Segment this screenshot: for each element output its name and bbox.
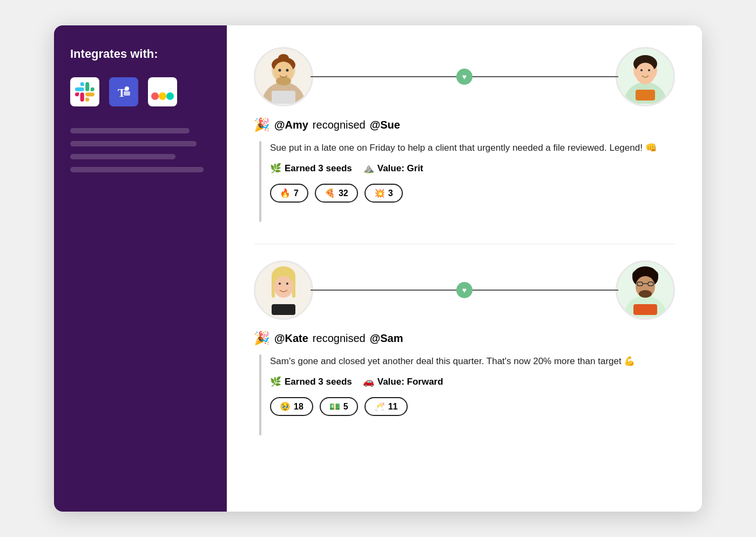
slack-icon — [70, 77, 99, 106]
vertical-bar-1 — [259, 141, 261, 222]
svg-point-40 — [639, 290, 652, 298]
value-badge-1: ⛰️ Value: Grit — [363, 163, 423, 174]
sidebar: Integrates with: T — [54, 25, 227, 512]
sidebar-bar-4 — [70, 167, 204, 172]
svg-point-22 — [648, 69, 650, 71]
value-emoji-2: 🚗 — [363, 376, 374, 387]
sidebar-bars — [70, 128, 211, 172]
from-user-1: @Amy — [274, 119, 308, 131]
recognition-label-2: 🎉 @Kate recognised @Sam — [254, 331, 675, 346]
avatar-amy — [254, 47, 313, 106]
sidebar-bar-1 — [70, 128, 190, 133]
message-content-1: Sue put in a late one on Friday to help … — [270, 141, 675, 222]
svg-point-5 — [159, 92, 166, 100]
svg-rect-28 — [272, 304, 295, 315]
svg-point-6 — [166, 92, 174, 100]
message-content-2: Sam's gone and closed yet another deal t… — [270, 354, 675, 435]
reaction-star-eyes-2[interactable]: 🥹 18 — [270, 397, 313, 416]
reaction-explode-1[interactable]: 💥 3 — [364, 184, 403, 203]
svg-rect-41 — [633, 304, 657, 315]
seeds-value-row-1: 🌿 Earned 3 seeds ⛰️ Value: Grit — [270, 163, 675, 174]
party-emoji-2: 🎉 — [254, 331, 270, 346]
message-text-1: Sue put in a late one on Friday to help … — [270, 141, 675, 155]
svg-rect-3 — [124, 91, 130, 96]
svg-point-19 — [636, 63, 655, 84]
heart-icon-1: ♥ — [456, 69, 473, 85]
svg-point-13 — [279, 69, 281, 72]
svg-point-33 — [632, 271, 641, 279]
connection-line-1: ♥ — [310, 76, 618, 78]
seeds-text-1: Earned 3 seeds — [285, 163, 352, 174]
teams-icon: T — [109, 77, 138, 106]
recognition-card-1: ♥ — [254, 47, 675, 222]
label-1: recognised — [313, 119, 366, 131]
message-block-2: Sam's gone and closed yet another deal t… — [259, 354, 675, 435]
heart-icon-2: ♥ — [456, 282, 473, 298]
app-container: Integrates with: T — [54, 25, 702, 512]
seeds-emoji-1: 🌿 — [270, 163, 281, 174]
connection-line-2: ♥ — [310, 289, 618, 291]
svg-point-21 — [640, 69, 643, 71]
seeds-value-row-2: 🌿 Earned 3 seeds 🚗 Value: Forward — [270, 376, 675, 387]
from-user-2: @Kate — [274, 332, 308, 345]
monday-icon — [148, 77, 177, 106]
value-badge-2: 🚗 Value: Forward — [363, 376, 443, 387]
recognition-header-1: ♥ — [254, 47, 675, 106]
message-block-1: Sue put in a late one on Friday to help … — [259, 141, 675, 222]
reaction-champagne-2[interactable]: 🥂 11 — [364, 397, 408, 416]
to-user-1: @Sue — [370, 119, 400, 131]
seeds-text-2: Earned 3 seeds — [285, 377, 352, 387]
value-text-2: Value: Forward — [377, 377, 443, 387]
divider-1 — [254, 244, 675, 244]
svg-rect-15 — [272, 91, 295, 104]
reaction-fire-1[interactable]: 🔥 7 — [270, 184, 308, 203]
svg-rect-20 — [636, 90, 655, 100]
svg-point-2 — [125, 86, 129, 91]
sidebar-title: Integrates with: — [70, 47, 211, 61]
svg-point-27 — [274, 276, 293, 298]
avatar-sam — [616, 260, 675, 320]
svg-point-14 — [286, 69, 289, 72]
party-emoji-1: 🎉 — [254, 117, 270, 132]
recognition-card-2: ♥ — [254, 260, 675, 435]
integrations-row: T — [70, 77, 211, 106]
sidebar-bar-3 — [70, 154, 176, 159]
recognition-header-2: ♥ — [254, 260, 675, 320]
value-text-1: Value: Grit — [377, 163, 423, 174]
svg-point-4 — [151, 92, 159, 100]
main-content: ♥ — [227, 25, 702, 512]
seeds-emoji-2: 🌿 — [270, 376, 281, 387]
to-user-2: @Sam — [370, 332, 403, 345]
seeds-badge-1: 🌿 Earned 3 seeds — [270, 163, 352, 174]
reaction-row-2: 🥹 18 💵 5 🥂 11 — [270, 397, 675, 416]
svg-point-30 — [286, 283, 288, 285]
vertical-bar-2 — [259, 354, 261, 435]
value-emoji-1: ⛰️ — [363, 163, 374, 174]
reaction-pizza-1[interactable]: 🍕 32 — [315, 184, 358, 203]
svg-point-35 — [650, 271, 658, 279]
recognition-label-1: 🎉 @Amy recognised @Sue — [254, 117, 675, 132]
seeds-badge-2: 🌿 Earned 3 seeds — [270, 376, 352, 387]
svg-point-12 — [276, 77, 291, 85]
svg-point-29 — [279, 283, 281, 285]
label-2: recognised — [313, 332, 366, 345]
reaction-row-1: 🔥 7 🍕 32 💥 3 — [270, 184, 675, 203]
message-text-2: Sam's gone and closed yet another deal t… — [270, 354, 675, 368]
reaction-money-2[interactable]: 💵 5 — [320, 397, 358, 416]
avatar-kate — [254, 260, 313, 320]
sidebar-bar-2 — [70, 141, 197, 146]
svg-point-34 — [641, 267, 650, 276]
avatar-sue — [616, 47, 675, 106]
